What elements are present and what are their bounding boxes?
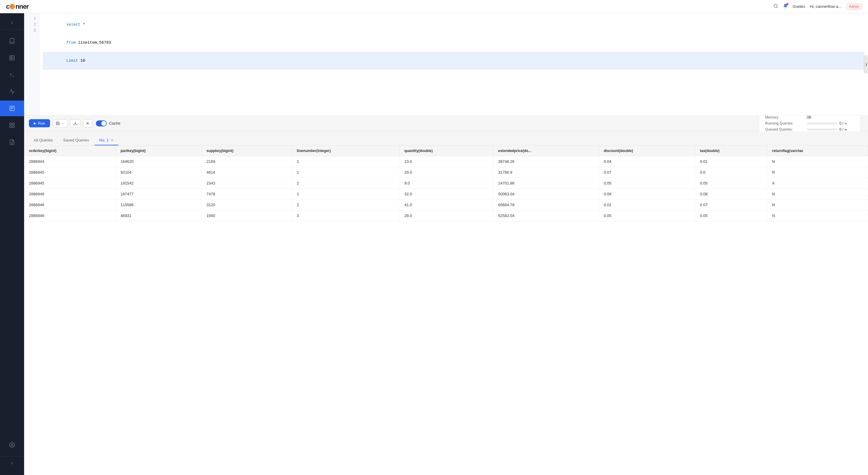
running-bar — [807, 123, 837, 124]
table-header-row: orderkey(bigint) partkey(bigint) suppkey… — [24, 146, 868, 156]
col-discount: discount(double) — [599, 146, 695, 156]
run-button[interactable]: ▶ Run — [29, 119, 50, 127]
cell-0-0: 2886944 — [24, 156, 116, 167]
svg-rect-1 — [10, 56, 14, 60]
col-quantity: quantity(double) — [399, 146, 493, 156]
running-metric: Running Queries: 0 / ∞ — [765, 121, 855, 126]
cell-3-6: 0.08 — [599, 189, 695, 200]
code-star: * — [81, 22, 85, 27]
cell-4-6: 0.02 — [599, 200, 695, 210]
cell-5-2: 1940 — [201, 210, 292, 221]
cell-5-3: 3 — [292, 210, 399, 221]
cell-5-4: 28.0 — [399, 210, 493, 221]
col-partkey: partkey(bigint) — [116, 146, 201, 156]
cell-1-5: 31786.9 — [493, 167, 598, 178]
notification-bell[interactable] — [783, 4, 788, 10]
cell-3-8: N — [767, 189, 868, 200]
cell-2-7: 0.05 — [695, 178, 767, 189]
cell-3-4: 32.0 — [399, 189, 493, 200]
col-linenumber: linenumber(integer) — [292, 146, 399, 156]
sidebar — [0, 13, 24, 475]
kw-from: from — [66, 40, 76, 45]
sidebar-bottom — [0, 437, 24, 472]
tab-no1-close[interactable]: ✕ — [111, 138, 114, 142]
sidebar-item-report[interactable] — [0, 134, 24, 150]
line-number-2: 2 — [34, 22, 36, 28]
cell-1-6: 0.07 — [599, 167, 695, 178]
cancel-button[interactable]: ✕ — [83, 119, 92, 128]
tab-saved-queries[interactable]: Saved Queries — [59, 135, 94, 145]
tab-all-queries[interactable]: All Queries — [29, 135, 58, 145]
cell-3-5: 50063.04 — [493, 189, 598, 200]
editor-content[interactable]: select * from lineitem_56783 Limit 10 — [39, 13, 868, 115]
search-icon[interactable] — [773, 4, 778, 10]
cell-1-3: 1 — [292, 167, 399, 178]
cell-0-1: 164620 — [116, 156, 201, 167]
table-row: 28869461874777478132.050063.040.080.08N — [24, 189, 868, 200]
cell-3-7: 0.08 — [695, 189, 767, 200]
cell-0-2: 2169 — [201, 156, 292, 167]
cell-1-0: 2886945 — [24, 167, 116, 178]
cell-1-1: 92104 — [116, 167, 201, 178]
col-tax: tax(double) — [695, 146, 767, 156]
col-suppkey: suppkey(bigint) — [201, 146, 292, 156]
line-number-3: 3 — [34, 28, 36, 34]
cell-5-7: 0.05 — [695, 210, 767, 221]
logo-text: cnner — [6, 3, 29, 10]
cell-0-6: 0.04 — [599, 156, 695, 167]
editor-gutter: 1 2 3 — [24, 13, 39, 115]
sidebar-item-query[interactable] — [0, 101, 24, 116]
cell-4-4: 41.0 — [399, 200, 493, 210]
tab-no1[interactable]: No. 1 ✕ — [95, 135, 119, 145]
cell-5-6: 0.05 — [599, 210, 695, 221]
kw-select: select — [66, 22, 81, 27]
sidebar-item-grid[interactable] — [0, 117, 24, 133]
sidebar-expand-button[interactable] — [0, 456, 24, 470]
cell-3-0: 2886946 — [24, 189, 116, 200]
cell-5-5: 52582.04 — [493, 210, 598, 221]
header: cnner Guides Hi, cannerflow-a... Admin — [0, 0, 868, 13]
cell-5-0: 2886946 — [24, 210, 116, 221]
cell-0-3: 1 — [292, 156, 399, 167]
sidebar-item-chart[interactable] — [0, 84, 24, 99]
code-limit-val: 10 — [78, 58, 85, 63]
cell-2-5: 14701.86 — [493, 178, 598, 189]
download-button[interactable] — [70, 120, 81, 127]
toggle-knob — [101, 121, 106, 126]
cell-2-6: 0.05 — [599, 178, 695, 189]
col-returnflag: returnflag(varchar — [767, 146, 868, 156]
editor-area: 1 2 3 select * from lineitem_56783 Limit… — [24, 13, 868, 115]
metrics-panel: Memory: 0B Running Queries: 0 / ∞ Queued… — [759, 112, 861, 134]
play-icon: ▶ — [34, 122, 36, 125]
code-line-3: Limit 10 — [43, 52, 864, 70]
cell-4-8: N — [767, 200, 868, 210]
queued-metric: Queued Queries: 0 / ∞ — [765, 127, 855, 132]
right-panel-toggle[interactable]: ❯ — [864, 56, 868, 73]
cell-1-2: 4614 — [201, 167, 292, 178]
cell-2-8: A — [767, 178, 868, 189]
cell-1-4: 29.0 — [399, 167, 493, 178]
table-container[interactable]: orderkey(bigint) partkey(bigint) suppkey… — [24, 146, 868, 475]
cell-3-1: 187477 — [116, 189, 201, 200]
sidebar-back-button[interactable] — [0, 16, 24, 30]
svg-rect-12 — [13, 126, 14, 128]
cache-switch[interactable] — [96, 121, 107, 127]
running-label: Running Queries: — [765, 121, 804, 126]
table-row: 2886946469311940328.052582.040.050.05N — [24, 210, 868, 221]
sidebar-item-settings[interactable] — [0, 437, 24, 453]
main-layout: 1 2 3 select * from lineitem_56783 Limit… — [0, 13, 868, 475]
sidebar-item-docs[interactable] — [0, 33, 24, 49]
guides-link[interactable]: Guides — [793, 4, 805, 9]
code-line-1: select * — [43, 15, 864, 34]
svg-rect-13 — [10, 126, 12, 128]
save-button[interactable] — [53, 120, 67, 127]
memory-metric: Memory: 0B — [765, 115, 855, 120]
cell-3-2: 7478 — [201, 189, 292, 200]
sidebar-item-table[interactable] — [0, 50, 24, 66]
sidebar-item-terminal[interactable] — [0, 67, 24, 82]
svg-point-0 — [774, 4, 777, 7]
cache-toggle[interactable]: Cache — [96, 121, 121, 127]
kw-limit: Limit — [66, 58, 78, 63]
user-label: Hi, cannerflow-a... — [810, 4, 841, 9]
svg-rect-10 — [10, 123, 12, 125]
